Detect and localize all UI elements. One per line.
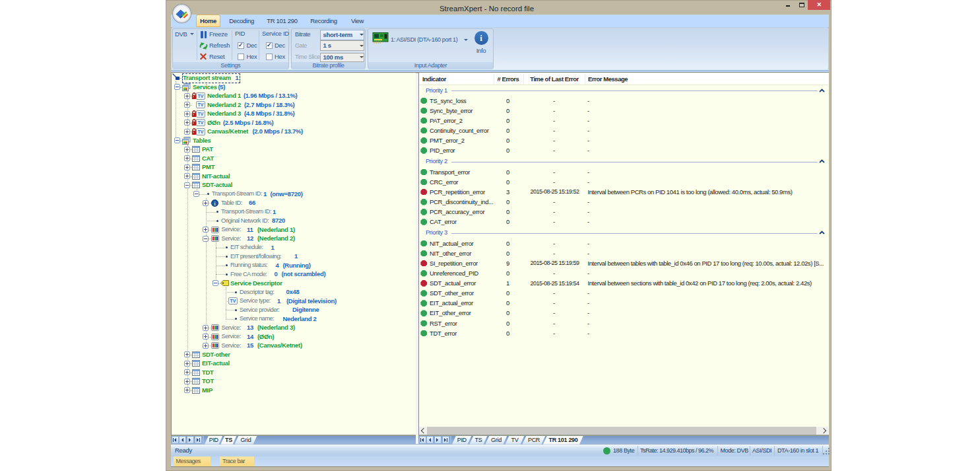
svg-text:TV: TV [198,129,204,134]
svg-text:TV: TV [198,120,204,125]
svg-text:TV: TV [198,94,204,98]
svg-text:TV: TV [198,112,204,116]
svg-text:TV: TV [230,299,236,303]
svg-text:TV: TV [198,102,204,107]
